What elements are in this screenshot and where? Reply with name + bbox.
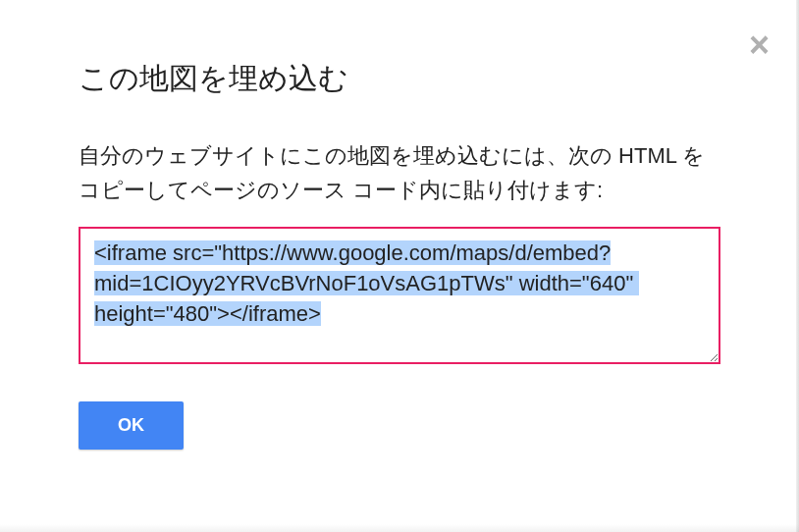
ok-button[interactable]: OK <box>79 401 184 450</box>
embed-code-field-wrapper: <iframe src="https://www.google.com/maps… <box>79 227 720 364</box>
dialog-content: この地図を埋め込む 自分のウェブサイトにこの地図を埋め込むには、次の HTML … <box>0 0 799 450</box>
close-icon[interactable]: × <box>749 27 770 63</box>
dialog-title: この地図を埋め込む <box>79 59 720 99</box>
window-bottom-shadow <box>0 524 799 532</box>
dialog-description: 自分のウェブサイトにこの地図を埋め込むには、次の HTML をコピーしてページの… <box>79 138 720 207</box>
embed-map-dialog: × この地図を埋め込む 自分のウェブサイトにこの地図を埋め込むには、次の HTM… <box>0 0 799 532</box>
